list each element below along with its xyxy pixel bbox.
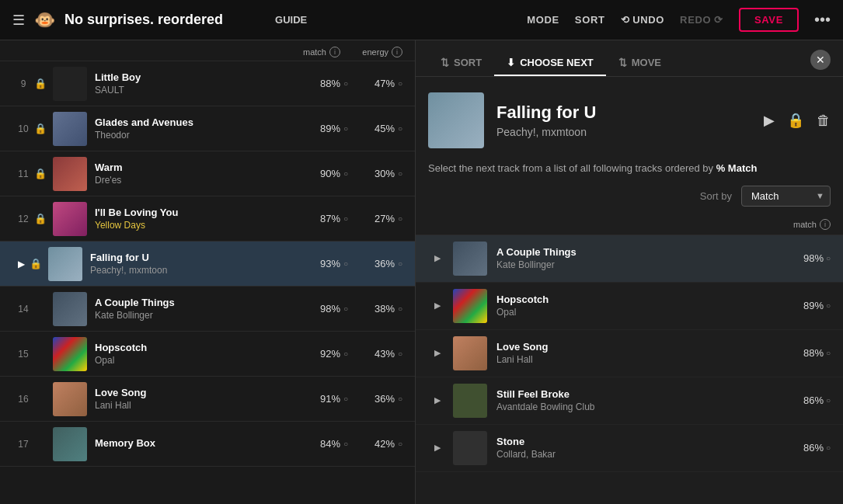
track-artist: Peachy!, mxmtoon	[90, 265, 286, 276]
track-row[interactable]: 16 Love Song Lani Hall 91%○ 36%○	[0, 377, 415, 422]
track-energy: 30%○	[348, 168, 402, 179]
candidate-track-artist: Avantdale Bowling Club	[496, 401, 784, 412]
track-row[interactable]: 14 A Couple Things Kate Bollinger 98%○ 3…	[0, 287, 415, 332]
left-track-list: match i energy i 9 🔒 Little Boy SAULT 88…	[0, 40, 416, 504]
track-artist: Yellow Days	[95, 220, 286, 231]
current-track-detail: Falling for U Peachy!, mxmtoon ▶ 🔒 🗑	[416, 77, 843, 161]
playing-indicator[interactable]: ▶	[12, 255, 30, 273]
candidate-track-row[interactable]: ▶ Stone Collard, Bakar 86%○	[416, 425, 843, 472]
track-artist: SAULT	[95, 85, 286, 96]
save-button[interactable]: SAVE	[739, 8, 799, 32]
sort-button[interactable]: SORT	[575, 14, 605, 26]
energy-indicator-icon: ○	[398, 395, 402, 403]
track-info: Love Song Lani Hall	[95, 387, 286, 411]
track-match: 84%○	[286, 438, 348, 450]
candidate-track-list: ▶ A Couple Things Kate Bollinger 98%○ ▶ …	[416, 235, 843, 505]
track-art	[53, 382, 87, 416]
candidate-track-title: Hopscotch	[496, 294, 784, 305]
track-match: 98%○	[286, 303, 348, 315]
current-track-artist: Peachy!, mxmtoon	[496, 126, 751, 138]
track-match: 87%○	[286, 213, 348, 224]
candidate-match-icon: ○	[826, 349, 831, 357]
play-button[interactable]: ▶	[764, 112, 775, 129]
candidate-play-button[interactable]: ▶	[428, 249, 447, 268]
candidate-track-title: Still Feel Broke	[496, 388, 784, 400]
track-title: Glades and Avenues	[95, 116, 286, 128]
candidate-play-button[interactable]: ▶	[428, 439, 447, 457]
track-artist: Kate Bollinger	[95, 310, 286, 321]
right-match-info-icon[interactable]: i	[820, 219, 831, 230]
candidate-track-artist: Kate Bollinger	[496, 259, 784, 270]
track-row[interactable]: 12 🔒 I'll Be Loving You Yellow Days 87%○…	[0, 196, 415, 242]
track-info: A Couple Things Kate Bollinger	[95, 297, 286, 321]
candidate-track-row[interactable]: ▶ Love Song Lani Hall 88%○	[416, 330, 843, 377]
lock-icon[interactable]: 🔒	[30, 258, 45, 269]
sort-select-wrapper: MatchEnergyTempoDanceability ▼	[741, 186, 831, 207]
candidate-track-artist: Opal	[496, 307, 784, 318]
track-match: 90%○	[286, 168, 348, 179]
candidate-track-match: 86%○	[784, 395, 831, 406]
current-track-title: Falling for U	[496, 103, 751, 123]
close-button[interactable]: ✕	[810, 50, 831, 70]
energy-info-icon[interactable]: i	[392, 47, 402, 57]
track-energy: 47%○	[348, 78, 402, 89]
candidate-track-title: Love Song	[496, 341, 784, 353]
select-next-description: Select the next track from a list of all…	[416, 161, 843, 186]
energy-indicator-icon: ○	[398, 214, 402, 223]
track-number: 10	[12, 123, 34, 134]
candidate-track-match: 88%○	[784, 347, 831, 359]
track-number: 15	[12, 349, 34, 360]
track-info: Hopscotch Opal	[95, 342, 286, 366]
candidate-track-title: A Couple Things	[496, 246, 784, 258]
track-row[interactable]: ▶ 🔒 Falling for U Peachy!, mxmtoon 93%○ …	[0, 242, 415, 287]
undo-button[interactable]: ⟲ UNDO	[621, 14, 665, 26]
lock-icon[interactable]: 🔒	[34, 123, 50, 134]
track-artist: Dre'es	[95, 175, 286, 186]
candidate-play-button[interactable]: ▶	[428, 344, 447, 363]
candidate-track-art	[453, 384, 487, 418]
lock-icon[interactable]: 🔒	[34, 213, 50, 224]
match-info-icon[interactable]: i	[329, 47, 340, 57]
right-panel: ⇅ SORT ⬇ CHOOSE NEXT ⇅ MOVE ✕ Falling fo…	[416, 40, 843, 504]
mode-button[interactable]: MODE	[527, 14, 559, 26]
lock-icon[interactable]: 🔒	[34, 78, 50, 89]
track-row[interactable]: 11 🔒 Warm Dre'es 90%○ 30%○	[0, 151, 415, 196]
track-artist: Opal	[95, 355, 286, 366]
sort-icon: ⇅	[441, 57, 449, 68]
candidate-track-row[interactable]: ▶ A Couple Things Kate Bollinger 98%○	[416, 235, 843, 283]
lock-icon[interactable]: 🔒	[34, 168, 50, 179]
candidate-track-row[interactable]: ▶ Hopscotch Opal 89%○	[416, 283, 843, 330]
match-col-header: match i	[278, 47, 340, 57]
candidate-track-row[interactable]: ▶ Still Feel Broke Avantdale Bowling Clu…	[416, 377, 843, 425]
tab-sort[interactable]: ⇅ SORT	[428, 50, 494, 76]
guide-button[interactable]: GUIDE	[266, 11, 316, 29]
track-info: Glades and Avenues Theodor	[95, 116, 286, 141]
track-row[interactable]: 15 Hopscotch Opal 92%○ 43%○	[0, 332, 415, 377]
tab-choose-next[interactable]: ⬇ CHOOSE NEXT	[494, 50, 606, 76]
candidate-play-button[interactable]: ▶	[428, 297, 447, 315]
candidate-track-title: Stone	[496, 436, 784, 447]
track-energy: 43%○	[348, 348, 402, 360]
redo-button[interactable]: REDO ⟳	[680, 14, 723, 26]
track-artist: Theodor	[95, 130, 286, 141]
energy-indicator-icon: ○	[398, 169, 402, 178]
track-row[interactable]: 9 🔒 Little Boy SAULT 88%○ 47%○	[0, 61, 415, 106]
current-track-info: Falling for U Peachy!, mxmtoon	[496, 103, 751, 138]
lock-button[interactable]: 🔒	[787, 112, 804, 129]
candidate-match-icon: ○	[826, 254, 831, 262]
topbar: ☰ 🐵 No surprises. reordered GUIDE MODE S…	[0, 0, 843, 40]
track-match: 93%○	[286, 258, 348, 269]
tab-move[interactable]: ⇅ MOVE	[606, 50, 674, 76]
energy-indicator-icon: ○	[398, 440, 402, 448]
track-row[interactable]: 17 Memory Box 84%○ 42%○	[0, 422, 415, 467]
sort-select[interactable]: MatchEnergyTempoDanceability	[741, 186, 831, 207]
track-number: 16	[12, 394, 34, 405]
page-title: No surprises. reordered	[64, 12, 256, 28]
delete-button[interactable]: 🗑	[817, 113, 831, 129]
more-icon[interactable]: •••	[814, 11, 831, 29]
track-art	[48, 247, 82, 281]
candidate-track-info: Stone Collard, Bakar	[496, 436, 784, 460]
track-row[interactable]: 10 🔒 Glades and Avenues Theodor 89%○ 45%…	[0, 106, 415, 151]
menu-icon[interactable]: ☰	[12, 12, 25, 29]
candidate-play-button[interactable]: ▶	[428, 391, 447, 410]
